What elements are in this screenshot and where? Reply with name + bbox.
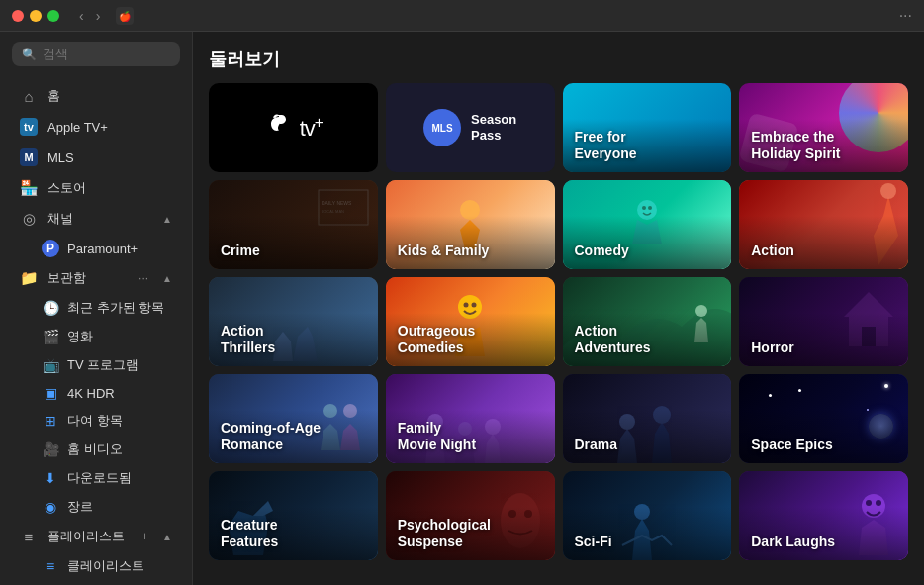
appletv-logo: 🍎: [116, 7, 134, 25]
playlist-add[interactable]: +: [141, 530, 148, 543]
more-button[interactable]: ···: [899, 7, 912, 25]
store-icon: 🏪: [20, 179, 38, 197]
sidebar-tv-label: TV 프로그램: [67, 356, 139, 374]
card-outrageous-comedies[interactable]: OutrageousComedies: [386, 277, 555, 366]
4k-icon: ▣: [42, 385, 59, 401]
playlist-icon: ≡: [42, 558, 59, 574]
sidebar-item-recently-added[interactable]: 🕒 최근 추가된 항목: [6, 294, 186, 322]
card-dark-laughs[interactable]: Dark Laughs: [739, 471, 908, 560]
sidebar-item-4k[interactable]: ▣ 4K HDR: [6, 380, 186, 406]
forward-button[interactable]: ›: [92, 6, 105, 26]
card-horror[interactable]: Horror: [739, 277, 908, 366]
tv-icon: 📺: [42, 357, 59, 373]
genres-icon: ◉: [42, 499, 59, 515]
sidebar-item-appletv[interactable]: tv Apple TV+: [6, 112, 186, 142]
sidebar-movies-label: 영화: [67, 328, 93, 345]
sidebar-item-home-video[interactable]: 🎥 홈 비디오: [6, 436, 186, 463]
paramount-icon: P: [42, 240, 59, 257]
maximize-button[interactable]: [47, 10, 59, 22]
playlist-section-icon: ≡: [20, 529, 38, 545]
sidebar-downloads-label: 다운로드됨: [67, 469, 132, 487]
mls-icon: M: [20, 148, 38, 166]
library-chevron: ▲: [162, 273, 172, 284]
section-title: 둘러보기: [209, 48, 908, 71]
channels-chevron: ▲: [162, 214, 172, 225]
sidebar-item-home[interactable]: ⌂ 홈: [6, 81, 186, 111]
home-icon: ⌂: [20, 88, 38, 105]
sidebar-item-tv[interactable]: 📺 TV 프로그램: [6, 351, 186, 379]
movies-icon: 🎬: [42, 329, 59, 344]
minimize-button[interactable]: [30, 10, 42, 22]
card-horror-label: Horror: [751, 340, 794, 356]
card-drama-label: Drama: [575, 437, 618, 453]
sidebar: 🔍 ⌂ 홈 tv Apple TV+ M MLS 🏪 스토어 ◎: [0, 32, 193, 585]
card-dark-laughs-label: Dark Laughs: [751, 534, 835, 550]
card-kids-label: Kids & Family: [398, 243, 490, 259]
card-crime[interactable]: DAILY NEWS LOCAL MAN Crime: [209, 180, 378, 269]
close-button[interactable]: [12, 10, 24, 22]
sidebar-item-paramount[interactable]: P Paramount+: [6, 235, 186, 262]
card-family-label: FamilyMovie Night: [398, 420, 476, 453]
sidebar-item-store-label: 스토어: [47, 179, 172, 197]
sidebar-item-store[interactable]: 🏪 스토어: [6, 173, 186, 203]
back-button[interactable]: ‹: [75, 6, 88, 26]
sidebar-item-other[interactable]: ⊞ 다여 항목: [6, 407, 186, 435]
card-coming-of-age[interactable]: Coming-of-AgeRomance: [209, 374, 378, 463]
card-psych-label: PsychologicalSuspense: [398, 517, 491, 550]
card-action-thrillers[interactable]: ActionThrillers: [209, 277, 378, 366]
library-icon: 📁: [20, 269, 38, 287]
sidebar-paramount-label: Paramount+: [67, 242, 138, 256]
nav-section: ⌂ 홈 tv Apple TV+ M MLS 🏪 스토어 ◎ 채널 ▲: [0, 76, 192, 585]
svg-text:🍎: 🍎: [119, 10, 132, 23]
main-layout: 🔍 ⌂ 홈 tv Apple TV+ M MLS 🏪 스토어 ◎: [0, 32, 924, 585]
search-icon: 🔍: [22, 48, 37, 61]
sidebar-item-appletv-label: Apple TV+: [47, 120, 172, 135]
sidebar-home-video-label: 홈 비디오: [67, 440, 123, 458]
search-input[interactable]: [43, 47, 170, 61]
card-action[interactable]: Action: [739, 180, 908, 269]
sidebar-item-movies[interactable]: 🎬 영화: [6, 323, 186, 350]
apple-logo: [264, 113, 294, 143]
card-action-label: Action: [751, 243, 794, 259]
recently-added-icon: 🕒: [42, 300, 59, 316]
card-family-night[interactable]: FamilyMovie Night: [386, 374, 555, 463]
card-kids-family[interactable]: Kids & Family: [386, 180, 555, 269]
card-creature[interactable]: CreatureFeatures: [209, 471, 378, 560]
card-comedy[interactable]: Comedy: [563, 180, 732, 269]
card-outrageous-label: OutrageousComedies: [398, 323, 476, 356]
sidebar-item-mls-label: MLS: [47, 150, 172, 165]
sidebar-library-label: 보관함: [47, 269, 129, 287]
home-video-icon: 🎥: [42, 441, 59, 457]
card-appletv-plus[interactable]: tv+: [209, 83, 378, 172]
sidebar-section-library[interactable]: 📁 보관함 ··· ▲: [6, 263, 186, 293]
card-action-adventures[interactable]: ActionAdventures: [563, 277, 732, 366]
card-holiday-label: Embrace theHoliday Spirit: [751, 129, 840, 162]
card-scifi[interactable]: Sci-Fi: [563, 471, 732, 560]
card-mls-season[interactable]: MLS SeasonPass: [386, 83, 555, 172]
sidebar-item-downloads[interactable]: ⬇ 다운로드됨: [6, 464, 186, 492]
card-drama[interactable]: Drama: [563, 374, 732, 463]
sidebar-section-playlist[interactable]: ≡ 플레이리스트 + ▲: [6, 522, 186, 551]
card-space-epics[interactable]: Space Epics: [739, 374, 908, 463]
sidebar-4k-label: 4K HDR: [67, 386, 115, 401]
appletv-icon: tv: [20, 118, 38, 136]
card-comedy-label: Comedy: [575, 243, 629, 259]
sidebar-playlist-item-label: 클레이리스트: [67, 557, 144, 575]
card-free-everyone[interactable]: Free forEveryone: [563, 83, 732, 172]
card-holiday[interactable]: Embrace theHoliday Spirit: [739, 83, 908, 172]
card-coming-label: Coming-of-AgeRomance: [221, 420, 321, 453]
sidebar-item-playlist[interactable]: ≡ 클레이리스트: [6, 552, 186, 580]
sidebar-other-label: 다여 항목: [67, 412, 123, 430]
nav-controls: ‹ ›: [75, 6, 104, 26]
card-psych-suspense[interactable]: PsychologicalSuspense: [386, 471, 555, 560]
sidebar-item-home-label: 홈: [47, 87, 172, 105]
sidebar-item-genres[interactable]: ◉ 장르: [6, 493, 186, 521]
search-box[interactable]: 🔍: [12, 42, 180, 66]
card-creature-label: CreatureFeatures: [221, 517, 278, 550]
card-scifi-label: Sci-Fi: [575, 534, 612, 550]
sidebar-item-mls[interactable]: M MLS: [6, 143, 186, 172]
sidebar-section-channels[interactable]: ◎ 채널 ▲: [6, 204, 186, 234]
sidebar-channels-label: 채널: [47, 210, 152, 228]
browse-grid: tv+ MLS SeasonPass Free forEveryone: [209, 83, 908, 560]
playlist-chevron: ▲: [162, 532, 172, 542]
